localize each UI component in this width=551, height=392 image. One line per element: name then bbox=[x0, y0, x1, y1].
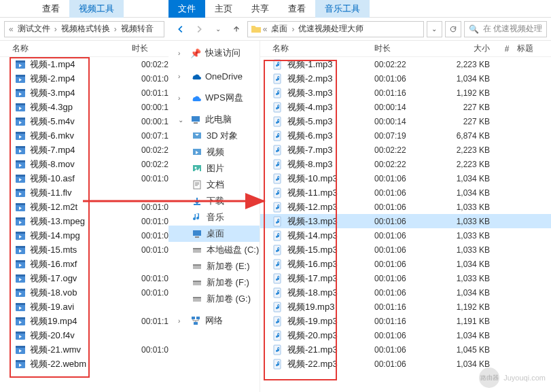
file-row[interactable]: 视频-17.ogv00:01:0 bbox=[0, 271, 168, 285]
file-row[interactable]: 视频-17.mp300:01:061,033 KB bbox=[260, 271, 551, 285]
file-row[interactable]: 视频-6.mkv00:07:1 bbox=[0, 128, 168, 143]
nav-refresh[interactable] bbox=[445, 21, 461, 37]
file-name: 视频-16.mxf bbox=[30, 258, 132, 270]
tab-view[interactable]: 查看 bbox=[279, 0, 315, 18]
file-row[interactable]: 视频-1.mp300:02:222,223 KB bbox=[260, 57, 551, 71]
svg-rect-49 bbox=[194, 181, 200, 189]
tab-music-tools[interactable]: 音乐工具 bbox=[315, 0, 370, 18]
file-row[interactable]: 视频-13.mp300:01:061,033 KB bbox=[260, 214, 551, 228]
file-row[interactable]: 视频-7.mp300:02:222,223 KB bbox=[260, 143, 551, 157]
file-name: 视频-18.vob bbox=[30, 287, 132, 299]
file-row[interactable]: 视频-14.mp300:01:061,033 KB bbox=[260, 228, 551, 243]
audio-file-icon bbox=[272, 102, 283, 113]
audio-file-icon bbox=[272, 116, 283, 127]
file-name: 视频19.mp4 bbox=[30, 315, 132, 327]
tree-this-pc[interactable]: ⌄此电脑 bbox=[168, 111, 260, 128]
tree-item[interactable]: 3D 对象 bbox=[168, 128, 260, 144]
file-duration: 00:01:06 bbox=[374, 359, 436, 369]
col-num[interactable]: # bbox=[497, 44, 517, 54]
tree-item[interactable]: 新加卷 (F:) bbox=[168, 274, 260, 291]
file-row[interactable]: 视频-11.mp300:01:061,034 KB bbox=[260, 185, 551, 200]
tab-file[interactable]: 文件 bbox=[168, 0, 205, 18]
file-row[interactable]: 视频-15.mts00:01:0 bbox=[0, 243, 168, 257]
file-row[interactable]: 视频-14.mpg00:01:0 bbox=[0, 228, 168, 243]
tree-item[interactable]: 桌面 bbox=[168, 226, 260, 242]
file-name: 视频-5.mp3 bbox=[287, 115, 374, 128]
tree-item[interactable]: 音乐 bbox=[168, 209, 260, 226]
svg-rect-1 bbox=[16, 60, 25, 63]
tree-wps[interactable]: ›WPS网盘 bbox=[168, 90, 260, 106]
tab-video-tools[interactable]: 视频工具 bbox=[69, 0, 124, 18]
file-row[interactable]: 视频-6.mp300:07:196,874 KB bbox=[260, 128, 551, 143]
file-row[interactable]: 视频-7.mp400:02:2 bbox=[0, 143, 168, 157]
col-duration[interactable]: 时长 bbox=[374, 43, 436, 54]
nav-dropdown[interactable]: ⌄ bbox=[427, 21, 442, 37]
file-row[interactable]: 视频-5.mp300:00:14227 KB bbox=[260, 114, 551, 128]
file-row[interactable]: 视频-4.3gp00:00:1 bbox=[0, 100, 168, 114]
file-row[interactable]: 视频-20.f4v bbox=[0, 328, 168, 342]
file-row[interactable]: 视频-19.mp300:01:161,191 KB bbox=[260, 314, 551, 328]
nav-recent[interactable]: ⌄ bbox=[210, 21, 226, 37]
file-row[interactable]: 视频-4.mp300:00:14227 KB bbox=[260, 100, 551, 114]
file-row[interactable]: 视频-12.mp300:01:061,033 KB bbox=[260, 200, 551, 214]
col-title[interactable]: 标题 bbox=[517, 43, 551, 54]
file-row[interactable]: 视频-3.mp400:01:1 bbox=[0, 86, 168, 100]
file-row[interactable]: 视频-16.mxf bbox=[0, 257, 168, 271]
col-name[interactable]: 名称 bbox=[12, 43, 132, 54]
col-name[interactable]: 名称 bbox=[272, 43, 374, 54]
nav-up[interactable] bbox=[228, 21, 244, 37]
file-size: 2,223 KB bbox=[436, 60, 497, 69]
file-row[interactable]: 视频-10.mp300:01:061,034 KB bbox=[260, 171, 551, 185]
file-name: 视频19.mp3 bbox=[287, 301, 374, 313]
breadcrumb-left[interactable]: « 测试文件› 视频格式转换› 视频转音 bbox=[4, 21, 164, 37]
file-row[interactable]: 视频-22.webm bbox=[0, 357, 168, 371]
file-row[interactable]: 视频-18.vob00:01:0 bbox=[0, 285, 168, 300]
col-size[interactable]: 大小 bbox=[436, 43, 497, 54]
file-row[interactable]: 视频-16.mp300:01:061,034 KB bbox=[260, 257, 551, 271]
file-row[interactable]: 视频-13.mpeg00:01:0 bbox=[0, 214, 168, 228]
file-row[interactable]: 视频-21.mp300:01:061,045 KB bbox=[260, 342, 551, 357]
tree-item[interactable]: 视频 bbox=[168, 144, 260, 160]
search-box[interactable]: 🔍 在 优速视频处理 bbox=[464, 21, 547, 37]
file-row[interactable]: 视频-8.mov00:02:2 bbox=[0, 157, 168, 171]
file-row[interactable]: 视频-21.wmv00:01:0 bbox=[0, 342, 168, 357]
svg-rect-41 bbox=[16, 346, 25, 348]
file-row[interactable]: 视频-15.mp300:01:061,033 KB bbox=[260, 243, 551, 257]
file-name: 视频-17.ogv bbox=[30, 272, 132, 285]
tab-share[interactable]: 共享 bbox=[242, 0, 279, 18]
tab-view[interactable]: 查看 bbox=[33, 0, 69, 18]
tree-item-icon bbox=[192, 293, 202, 304]
breadcrumb-right[interactable]: « 桌面› 优速视频处理大师 bbox=[247, 21, 424, 37]
tree-item[interactable]: 图片 bbox=[168, 160, 260, 177]
tree-item[interactable]: 本地磁盘 (C:) bbox=[168, 242, 260, 258]
tree-network[interactable]: ›网络 bbox=[168, 313, 260, 329]
tree-item[interactable]: 新加卷 (G:) bbox=[168, 291, 260, 307]
nav-forward[interactable] bbox=[191, 21, 207, 37]
tree-item[interactable]: 文档 bbox=[168, 177, 260, 193]
file-row[interactable]: 视频-8.mp300:02:222,223 KB bbox=[260, 157, 551, 171]
file-row[interactable]: 视频-12.m2t00:01:0 bbox=[0, 200, 168, 214]
file-row[interactable]: 视频-20.mp300:01:061,034 KB bbox=[260, 328, 551, 342]
tree-onedrive[interactable]: ›OneDrive bbox=[168, 68, 260, 84]
file-row[interactable]: 视频-10.asf00:01:0 bbox=[0, 171, 168, 185]
file-duration: 00:01:16 bbox=[374, 88, 436, 98]
file-size: 2,223 KB bbox=[436, 145, 497, 155]
tree-item[interactable]: 新加卷 (E:) bbox=[168, 258, 260, 274]
file-row[interactable]: 视频-2.mp400:01:0 bbox=[0, 71, 168, 86]
nav-back[interactable] bbox=[173, 21, 188, 37]
file-row[interactable]: 视频-11.flv bbox=[0, 185, 168, 200]
file-row[interactable]: 视频-2.mp300:01:061,034 KB bbox=[260, 71, 551, 86]
file-row[interactable]: 视频19.mp400:01:1 bbox=[0, 314, 168, 328]
file-row[interactable]: 视频19.mp300:01:161,192 KB bbox=[260, 300, 551, 314]
file-row[interactable]: 视频-18.mp300:01:061,034 KB bbox=[260, 285, 551, 300]
audio-file-icon bbox=[272, 159, 283, 170]
tab-home[interactable]: 主页 bbox=[205, 0, 242, 18]
col-duration[interactable]: 时长 bbox=[132, 43, 168, 54]
file-row[interactable]: 视频-19.avi bbox=[0, 300, 168, 314]
file-row[interactable]: 视频-1.mp400:02:2 bbox=[0, 57, 168, 71]
file-row[interactable]: 视频-5.m4v00:00:1 bbox=[0, 114, 168, 128]
tree-item[interactable]: 下载 bbox=[168, 193, 260, 209]
tree-quick-access[interactable]: ›📌快速访问 bbox=[168, 45, 260, 61]
svg-rect-25 bbox=[16, 232, 25, 234]
file-row[interactable]: 视频-3.mp300:01:161,192 KB bbox=[260, 86, 551, 100]
